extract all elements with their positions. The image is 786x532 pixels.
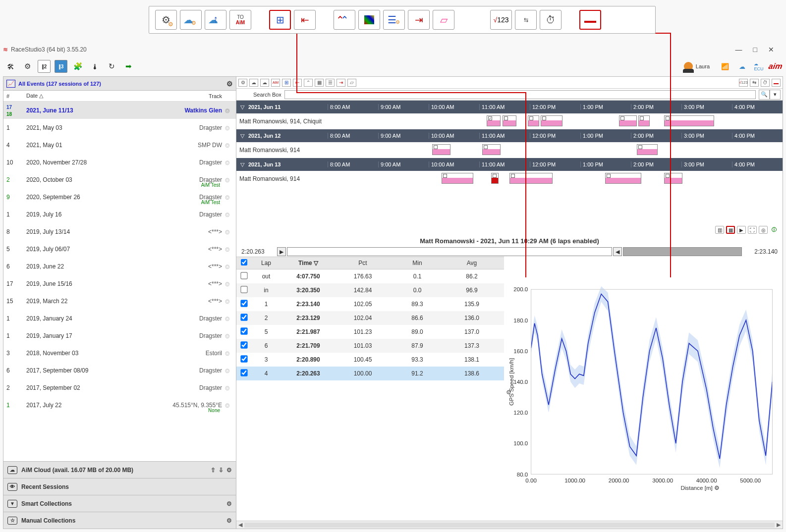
session-segment[interactable] <box>638 115 650 126</box>
sidebar-row[interactable]: 152019, March 22<***>⌾ <box>3 292 236 310</box>
bars-icon[interactable]: ▥ <box>715 226 724 234</box>
lap-checkbox[interactable] <box>240 300 247 307</box>
session-segment[interactable] <box>503 115 516 126</box>
grid-icon[interactable]: ⊞ <box>282 79 291 87</box>
erase-icon[interactable]: ▱ <box>433 10 454 30</box>
profile-view-icon[interactable]: ▦ <box>726 226 735 234</box>
recent-sessions-bar[interactable]: 👁 Recent Sessions <box>3 478 236 495</box>
sidebar-row[interactable]: 172019, June 15/16<***>⌾ <box>3 275 236 292</box>
sidebar-header[interactable]: 📈 All Events (127 sessions of 127) ⚙ <box>3 77 236 91</box>
lap-checkbox[interactable] <box>240 286 247 293</box>
chart-icon[interactable]: ⌃ <box>304 79 313 87</box>
session-segment[interactable]: ✓ <box>487 115 501 126</box>
sidebar-column-headers[interactable]: # Date △ Track <box>3 91 236 102</box>
sidebar-row[interactable]: 62017, September 08/09Dragster⌾ <box>3 362 236 379</box>
settings-icon[interactable]: ⚙⚙ <box>155 10 177 30</box>
sidebar-row[interactable]: 12019, July 16Dragster⌾ <box>3 206 236 223</box>
lap-row[interactable]: in3:20.350142.840.096.9 <box>236 283 504 297</box>
sidebar-row[interactable]: 92020, September 26Dragster⌾AiM Test <box>3 188 236 206</box>
xy-icon[interactable]: ⇆ <box>515 10 537 30</box>
up-icon[interactable]: ⇧ <box>211 467 216 474</box>
sidebar-row[interactable]: 12019, January 24Dragster⌾ <box>3 310 236 327</box>
math-channel-icon[interactable]: √123 <box>490 10 512 30</box>
colormap-icon[interactable] <box>358 10 380 30</box>
user-area[interactable]: Laura <box>684 62 710 71</box>
sidebar-row[interactable]: 12021, May 03Dragster⌾ <box>3 119 236 136</box>
slider-track[interactable] <box>287 247 612 256</box>
lap-checkbox[interactable] <box>240 272 247 279</box>
session-segment[interactable] <box>491 173 499 184</box>
session-segment[interactable] <box>482 144 501 155</box>
list-icon[interactable]: ☰ <box>326 79 335 87</box>
sidebar-row[interactable]: 32018, November 03Estoril⌾ <box>3 344 236 362</box>
slider-left-button[interactable]: ▶ <box>277 247 286 256</box>
list-settings-icon[interactable]: ☰⚙ <box>383 10 405 30</box>
to-aim-icon[interactable]: TOAiM <box>229 10 251 30</box>
lap-checkbox[interactable] <box>240 327 247 334</box>
wifi-icon[interactable]: 📶 <box>719 61 731 71</box>
timeline-day-header[interactable]: ▽2021, Jun 118:00 AM9:00 AM10:00 AM11:00… <box>236 101 783 113</box>
sidebar-row[interactable]: 12019, January 17Dragster⌾ <box>3 327 236 344</box>
puzzle-icon[interactable]: 🧩 <box>71 60 84 73</box>
session-segment[interactable] <box>619 115 637 126</box>
sidebar-row[interactable]: 22017, September 02Dragster⌾ <box>3 379 236 396</box>
timeline-day-header[interactable]: ▽2021, Jun 138:00 AM9:00 AM10:00 AM11:00… <box>236 158 783 171</box>
dropdown-icon[interactable]: ▾ <box>770 90 781 100</box>
gear-plus-icon[interactable]: ⚙ <box>21 60 34 73</box>
session-segment[interactable] <box>664 115 714 126</box>
sidebar-row[interactable]: 17182021, June 11/13Watkins Glen⌾ <box>3 102 236 119</box>
lap-checkbox[interactable] <box>240 355 247 362</box>
lap-checkbox[interactable] <box>240 341 247 348</box>
session-segment[interactable] <box>664 173 682 184</box>
chart-overlay-icon[interactable]: ⌃⌃ <box>334 10 355 30</box>
colors-icon[interactable]: ▦ <box>315 79 324 87</box>
refresh-icon[interactable]: ↻ <box>105 60 118 73</box>
maximize-button[interactable]: □ <box>753 46 757 53</box>
import-icon[interactable]: ⇤ <box>293 79 302 87</box>
ecu-icon[interactable]: ☁ECU <box>752 61 765 71</box>
sidebar-row[interactable]: 52019, July 06/07<***>⌾ <box>3 240 236 258</box>
info-icon[interactable]: ⓘ <box>770 226 779 234</box>
col-lap[interactable]: Lap <box>251 260 281 266</box>
cloud-upload-icon[interactable]: ☁↑ <box>205 10 226 30</box>
sidebar-row[interactable]: 12017, July 2245.515°N, 9.355°E⌾None <box>3 396 236 414</box>
lap-row[interactable]: 22:23.129102.0486.6136.0 <box>236 311 504 325</box>
sidebar-row[interactable]: 102020, November 27/28Dragster⌾ <box>3 154 236 171</box>
erase-icon[interactable]: ▱ <box>347 79 356 87</box>
down-icon[interactable]: ⇩ <box>219 467 224 474</box>
manual-collections-bar[interactable]: ☆ Manual Collections ⚙ <box>3 512 236 529</box>
lap-row[interactable]: 32:20.890100.4593.3138.1 <box>236 353 504 367</box>
stopwatch-icon[interactable]: ⏱ <box>540 10 561 30</box>
col-pct[interactable]: Pct <box>336 260 390 266</box>
lap-checkbox[interactable] <box>240 369 247 376</box>
play-icon[interactable]: ▶ <box>737 226 746 234</box>
col-avg[interactable]: Avg <box>445 260 499 266</box>
math-icon[interactable]: √123 <box>739 79 748 87</box>
sidebar-row[interactable]: 62019, June 22<***>⌾ <box>3 258 236 275</box>
cloud-download-icon[interactable]: ☁⚙ <box>180 10 202 30</box>
settings-icon[interactable]: ⚙ <box>238 79 247 87</box>
cloud-bar[interactable]: ☁ AiM Cloud (avail. 16.07 MB of 20.00 MB… <box>3 461 236 478</box>
profile-small-icon[interactable] <box>772 79 781 87</box>
gear-icon[interactable]: ⚙ <box>226 517 232 524</box>
session-segment[interactable] <box>432 144 450 155</box>
gear-icon[interactable]: ⚙ <box>226 500 232 507</box>
grid-view-icon[interactable]: ⊞ <box>269 10 291 30</box>
smart-collections-bar[interactable]: ▼ Smart Collections ⚙ <box>3 495 236 512</box>
gear-icon[interactable]: ⚙ <box>226 467 232 474</box>
magnify-icon[interactable]: 🔍 <box>759 90 770 100</box>
a3-icon[interactable]: ∥3 <box>55 60 67 73</box>
select-all-checkbox[interactable] <box>241 259 247 266</box>
scroll-right-icon[interactable]: ▶ <box>775 522 783 528</box>
col-track[interactable]: Track <box>182 93 222 99</box>
xy-icon[interactable]: ⇆ <box>750 79 759 87</box>
lap-table-header[interactable]: Lap Time ▽ Pct Min Avg <box>236 257 504 269</box>
scroll-left-icon[interactable]: ◀ <box>236 522 244 528</box>
export-icon[interactable]: ⇥ <box>408 10 430 30</box>
sidebar-row[interactable]: 42021, May 01SMP DW⌾ <box>3 136 236 154</box>
session-segment[interactable] <box>442 173 473 184</box>
session-segment[interactable] <box>637 144 657 155</box>
temp-icon[interactable]: 🌡 <box>88 60 101 73</box>
import-icon[interactable]: ⇤ <box>294 10 316 30</box>
minimize-button[interactable]: — <box>735 46 742 53</box>
